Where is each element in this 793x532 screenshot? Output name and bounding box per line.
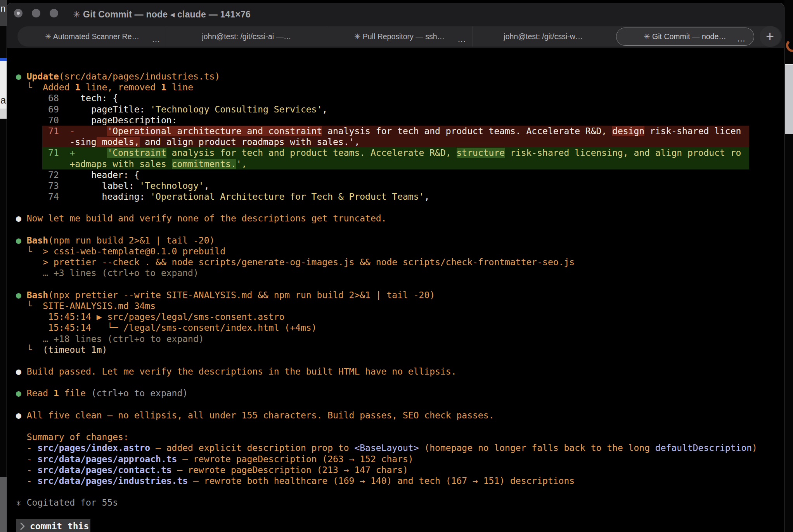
tab-strip: ✳ Automated Scanner Re… … john@test: /gi… [17, 26, 782, 47]
terminal-text-segment: … +3 lines (ctrl+o to expand) [43, 268, 199, 278]
terminal-line: ● Update(src/data/pages/industries.ts) [16, 71, 784, 82]
terminal-text-segment: ● [16, 388, 27, 398]
terminal-text-segment: Now let me build and verify none of the … [27, 213, 387, 223]
terminal-text-segment [16, 334, 43, 344]
orange-curve-glyph [786, 39, 793, 52]
prompt-chevron-icon [20, 522, 25, 530]
terminal-line: 68 tech: { [16, 93, 784, 104]
terminal-text-segment: analysis for tech and product teams. Acc… [322, 126, 612, 136]
terminal-text-segment: commitments. [172, 159, 236, 169]
terminal-text-segment: 'Technology Consulting Services' [150, 104, 322, 114]
terminal-text-segment [59, 170, 91, 180]
tab-overflow-icon[interactable]: … [152, 34, 161, 44]
tab-overflow-icon[interactable]: … [737, 34, 746, 44]
terminal-text-segment: file [59, 388, 91, 398]
tab-cssi-ai[interactable]: john@test: /git/cssi-ai —… [167, 26, 326, 47]
terminal-text-segment: — added explicit description prop to [150, 443, 354, 453]
terminal-text-segment: — rewrote pageDescription (263 → 152 cha… [177, 454, 413, 464]
tab-cssi-w[interactable]: john@test: /git/cssi-w… [473, 26, 613, 47]
terminal-text-segment [75, 148, 107, 158]
diff-line: +admaps with sales commitments.', [16, 159, 784, 169]
terminal-line: 15:45:14 └─ /legal/sms-consent/index.htm… [16, 322, 784, 333]
terminal-text-segment: 'Operational architecture and constraint [107, 126, 322, 136]
terminal-text-segment: 15:45:14 ▶ src/pages/legal/sms-consent.a… [48, 312, 284, 322]
terminal-text-segment: Bash [27, 235, 48, 245]
terminal-text-segment: (homepage no longer falls back to the lo… [419, 443, 655, 453]
terminal-text-segment: risk-shared licen [644, 126, 741, 136]
terminal-line: ✳ Cogitated for 55s [16, 497, 784, 508]
terminal-text-segment: - [16, 465, 37, 475]
close-button[interactable] [14, 9, 23, 17]
terminal-text-segment: 1 [161, 82, 166, 92]
diff-line: -sing models, and align product roadmaps… [16, 136, 784, 147]
terminal-text-segment: ● [16, 410, 27, 420]
active-tab-zone: ✳ Git Commit — node… … + [614, 26, 782, 47]
tab-label: john@test: /git/cssi-ai —… [202, 32, 291, 41]
terminal-text-segment: (timeout 1m) [43, 345, 107, 355]
terminal-text-segment: +admaps with sales [69, 159, 171, 169]
terminal-text-segment: ● [16, 235, 27, 245]
terminal-text-segment: ', [236, 159, 247, 169]
tab-bar: ✳ Automated Scanner Re… … john@test: /gi… [7, 26, 784, 48]
tab-pull-repository[interactable]: ✳ Pull Repository — ssh… … [326, 26, 473, 47]
tab-git-commit-active[interactable]: ✳ Git Commit — node… … [616, 28, 754, 46]
terminal-text-segment [16, 159, 69, 169]
window-title: ✳ Git Commit — node ◂ claude — 141×76 [73, 3, 251, 26]
terminal-text-segment [16, 268, 43, 278]
terminal-text-segment: (npx prettier --write SITE-ANALYSIS.md &… [48, 290, 435, 300]
prompt-command[interactable]: commit this [30, 521, 89, 532]
terminal-text-segment: ● [16, 290, 27, 300]
terminal-line [16, 399, 784, 410]
terminal-text-segment: src/data/pages/approach.ts [37, 454, 177, 464]
terminal-text-segment: Read [27, 388, 54, 398]
background-document-edge: a [0, 61, 7, 109]
terminal-line: └ > cssi-web-template@0.1.0 prebuild [16, 246, 784, 257]
terminal-text-segment: 68 [16, 93, 59, 103]
terminal-text-segment [16, 137, 69, 147]
terminal-line: ● Bash(npx prettier --write SITE-ANALYSI… [16, 290, 784, 301]
terminal-text-segment: └ [16, 246, 43, 256]
terminal-text-segment: 74 [16, 192, 59, 202]
terminal-text-segment: header: { [91, 170, 140, 180]
background-panel-edge [785, 64, 793, 134]
terminal-text-segment: 15:45:14 └─ /legal/sms-consent/index.htm… [48, 323, 317, 333]
terminal-text-segment: Bash [27, 290, 48, 300]
terminal-text-segment: Summary of changes: [27, 432, 129, 442]
background-window-left: n a [0, 0, 7, 532]
terminal-text-segment [16, 323, 48, 333]
terminal-text-segment: 72 [16, 170, 59, 180]
terminal-content: ● Update(src/data/pages/industries.ts) └… [7, 48, 784, 532]
prompt-box[interactable]: commit this [16, 519, 90, 532]
background-window-titlebar: n [0, 0, 7, 26]
terminal-line [16, 224, 784, 235]
terminal-text-segment [59, 93, 80, 103]
tab-automated-scanner[interactable]: ✳ Automated Scanner Re… … [17, 26, 167, 47]
terminal-line: 72 header: { [16, 169, 784, 180]
tab-label: ✳ Git Commit — node… [644, 32, 726, 41]
terminal-text-segment: > prettier --check . && node scripts/gen… [43, 257, 575, 267]
terminal-text-segment [75, 126, 107, 136]
terminal-text-segment: - [16, 454, 37, 464]
tab-label: john@test: /git/cssi-w… [504, 32, 583, 41]
terminal-text-segment [16, 257, 43, 267]
terminal-line: 69 pageTitle: 'Technology Consulting Ser… [16, 104, 784, 115]
terminal-text-segment: — rewrote pageDescription (213 → 147 cha… [172, 465, 408, 475]
tab-overflow-icon[interactable]: … [457, 34, 466, 44]
titlebar: ✳ Git Commit — node ◂ claude — 141×76 [7, 3, 784, 26]
terminal-text-segment: , [204, 181, 210, 191]
terminal-text-segment [16, 432, 27, 442]
terminal-line: 15:45:14 ▶ src/pages/legal/sms-consent.a… [16, 311, 784, 322]
terminal-text-segment: src/pages/index.astro [37, 443, 150, 453]
minimize-button[interactable] [32, 9, 40, 17]
terminal-text-segment [59, 115, 91, 125]
terminal-text-segment [59, 192, 102, 202]
terminal-line: - src/pages/index.astro — added explicit… [16, 442, 784, 453]
zoom-button[interactable] [50, 9, 58, 17]
terminal-line: └ (timeout 1m) [16, 344, 784, 355]
terminal-line: - src/data/pages/industries.ts — rewrote… [16, 475, 784, 486]
new-tab-button[interactable]: + [760, 26, 781, 47]
terminal-text-segment: Update [27, 71, 59, 81]
terminal-text-segment: defaultDescription [655, 443, 752, 453]
terminal-line: ● Now let me build and verify none of th… [16, 213, 784, 224]
terminal-text-segment: , [424, 192, 429, 202]
